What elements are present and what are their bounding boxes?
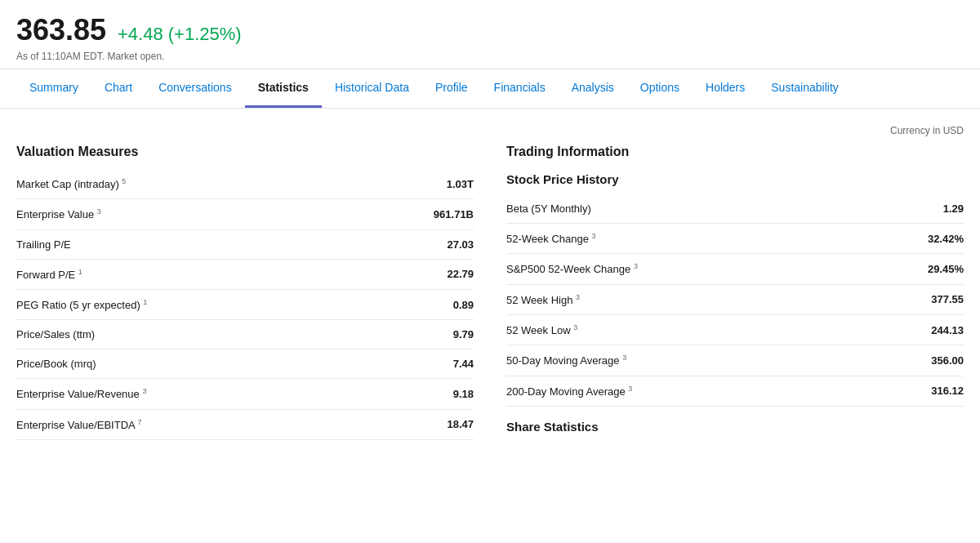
sup-note: 3 (634, 262, 638, 270)
sup-note: 3 (573, 323, 577, 332)
table-row: Beta (5Y Monthly) 1.29 (506, 194, 964, 224)
tab-financials[interactable]: Financials (481, 69, 559, 108)
tab-analysis[interactable]: Analysis (559, 69, 627, 108)
stat-label: Enterprise Value/EBITDA 7 (16, 418, 142, 431)
stat-value: 1.29 (943, 203, 964, 215)
tab-profile[interactable]: Profile (422, 69, 481, 108)
stat-value: 27.03 (447, 238, 474, 251)
market-status: As of 11:10AM EDT. Market open. (16, 51, 964, 62)
tab-summary[interactable]: Summary (16, 69, 91, 108)
stat-value: 22.79 (447, 268, 474, 280)
valuation-title: Valuation Measures (16, 145, 474, 159)
tab-options[interactable]: Options (627, 69, 693, 108)
sup-note: 3 (576, 293, 580, 301)
table-row: 52 Week High 3 377.55 (506, 285, 964, 315)
table-row: Enterprise Value/EBITDA 7 18.47 (16, 410, 474, 440)
table-row: 52 Week Low 3 244.13 (506, 315, 964, 345)
sup-note: 3 (622, 354, 626, 362)
tab-historical-data[interactable]: Historical Data (322, 69, 422, 108)
stat-label: Forward P/E 1 (16, 268, 82, 281)
stat-label: 50-Day Moving Average 3 (506, 354, 626, 367)
stat-label: Trailing P/E (16, 238, 71, 251)
stat-label: S&P500 52-Week Change 3 (506, 262, 638, 275)
table-row: PEG Ratio (5 yr expected) 1 0.89 (16, 290, 474, 320)
stat-label: Enterprise Value 3 (16, 207, 101, 220)
table-row: 50-Day Moving Average 3 356.00 (506, 345, 964, 376)
sup-note: 5 (122, 177, 126, 185)
stat-value: 9.18 (453, 388, 474, 400)
sup-note: 7 (138, 418, 142, 426)
stat-label: Market Cap (intraday) 5 (16, 177, 126, 190)
stat-label: 52 Week High 3 (506, 293, 580, 306)
sup-note: 1 (143, 298, 147, 306)
stat-value: 356.00 (931, 354, 964, 367)
stat-label: 52 Week Low 3 (506, 323, 577, 336)
stat-value: 377.55 (931, 293, 964, 305)
table-row: Market Cap (intraday) 5 1.03T (16, 169, 474, 199)
stat-label: Price/Book (mrq) (16, 358, 96, 370)
sup-note: 3 (142, 387, 146, 395)
table-row: 52-Week Change 3 32.42% (506, 224, 964, 254)
sup-note: 3 (592, 232, 596, 240)
stock-price-history-title: Stock Price History (506, 172, 964, 186)
table-row: Enterprise Value 3 961.71B (16, 199, 474, 229)
stat-value: 7.44 (453, 358, 474, 370)
tab-statistics[interactable]: Statistics (245, 69, 322, 108)
table-row: S&P500 52-Week Change 3 29.45% (506, 254, 964, 284)
table-row: Price/Book (mrq) 7.44 (16, 349, 474, 379)
stat-value: 961.71B (434, 208, 474, 220)
stat-label: Beta (5Y Monthly) (506, 203, 591, 215)
navigation-tabs: Summary Chart Conversations Statistics H… (0, 69, 980, 109)
tab-holders[interactable]: Holders (693, 69, 758, 108)
stat-value: 32.42% (928, 233, 964, 245)
trading-title: Trading Information (506, 145, 964, 159)
stat-label: 200-Day Moving Average 3 (506, 385, 632, 398)
stat-value: 244.13 (931, 324, 964, 336)
tab-chart[interactable]: Chart (91, 69, 145, 108)
table-row: 200-Day Moving Average 3 316.12 (506, 376, 964, 407)
share-statistics-title: Share Statistics (506, 420, 964, 434)
table-row: Enterprise Value/Revenue 3 9.18 (16, 379, 474, 409)
sup-note: 3 (628, 385, 632, 393)
price-change: +4.48 (+1.25%) (118, 24, 242, 44)
stat-value: 9.79 (453, 328, 474, 340)
table-row: Price/Sales (ttm) 9.79 (16, 320, 474, 349)
stat-value: 316.12 (931, 385, 964, 397)
stat-label: PEG Ratio (5 yr expected) 1 (16, 298, 147, 311)
valuation-section: Valuation Measures Market Cap (intraday)… (16, 145, 474, 442)
trading-section: Trading Information Stock Price History … (506, 145, 964, 442)
stat-value: 29.45% (928, 263, 964, 275)
stat-value: 18.47 (447, 418, 474, 430)
table-row: Trailing P/E 27.03 (16, 230, 474, 260)
currency-note: Currency in USD (16, 125, 964, 136)
stat-label: 52-Week Change 3 (506, 232, 596, 245)
sup-note: 1 (78, 268, 82, 276)
sup-note: 3 (97, 207, 101, 216)
stock-price: 363.85 (16, 13, 106, 47)
stat-value: 0.89 (453, 299, 474, 311)
stat-label: Enterprise Value/Revenue 3 (16, 387, 146, 400)
stat-label: Price/Sales (ttm) (16, 328, 95, 340)
table-row: Forward P/E 1 22.79 (16, 260, 474, 290)
stat-value: 1.03T (447, 178, 474, 190)
tab-sustainability[interactable]: Sustainability (758, 69, 852, 108)
tab-conversations[interactable]: Conversations (145, 69, 245, 108)
